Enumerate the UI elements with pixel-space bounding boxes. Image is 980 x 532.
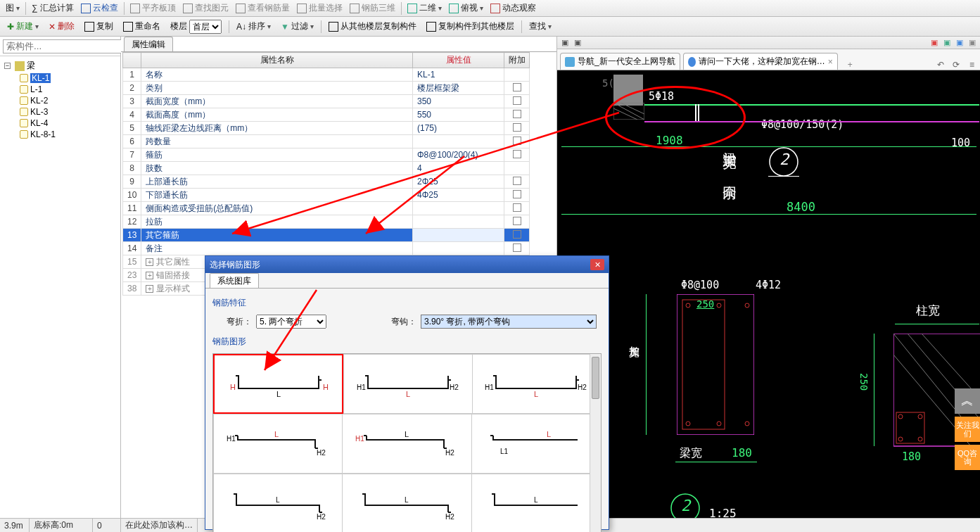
property-row[interactable]: 3 截面宽度（mm） 350 <box>123 95 530 108</box>
expand-icon[interactable]: + <box>146 272 153 279</box>
close-icon[interactable]: × <box>828 57 833 67</box>
tree-item[interactable]: KL-1 <box>1 72 119 84</box>
tree-item[interactable]: KL-2 <box>1 95 119 106</box>
toolbar-icon[interactable]: ▣ <box>956 38 963 47</box>
prop-value[interactable] <box>413 242 504 255</box>
cad-viewport[interactable]: ▣ ▣ ▣ ▣ ▣ ▣ 导航_新一代安全上网导航 请问一下大佬，这种梁加宽在钢…… <box>557 37 980 532</box>
tree-item[interactable]: KL-8-1 <box>1 129 119 140</box>
checkbox[interactable] <box>513 83 521 91</box>
tb-align-top[interactable]: 平齐板顶 <box>127 1 179 15</box>
hook-select[interactable]: 3.90° 弯折, 带两个弯钩 <box>421 315 597 329</box>
property-row[interactable]: 4 截面高度（mm） 550 <box>123 108 530 122</box>
tree-item[interactable]: L-1 <box>1 84 119 95</box>
filter-button[interactable]: ▼ 过滤 ▾ <box>276 19 318 34</box>
shape-cell[interactable]: H1LH2 <box>342 414 471 474</box>
close-button[interactable]: ✕ <box>590 259 604 270</box>
floor-selector[interactable]: 楼层 首层 <box>166 19 226 34</box>
prop-value[interactable]: (175) <box>413 122 504 135</box>
follow-us-button[interactable]: 关注我们 <box>955 417 980 442</box>
col-name[interactable]: 属性名称 <box>141 53 413 68</box>
property-row[interactable]: 5 轴线距梁左边线距离（mm） (175) <box>123 122 530 135</box>
tab-property-edit[interactable]: 属性编辑 <box>124 37 173 51</box>
new-button[interactable]: ✚ 新建 ▾ <box>3 19 43 34</box>
scroll-top-button[interactable]: ︽ <box>955 388 980 414</box>
checkbox[interactable] <box>513 217 521 225</box>
search-input[interactable] <box>3 39 129 53</box>
tree-item[interactable]: KL-4 <box>1 118 119 129</box>
scrollbar-thumb[interactable] <box>592 357 599 399</box>
shape-cell[interactable]: LH2 <box>213 474 342 532</box>
sort-button[interactable]: A↓ 排序 ▾ <box>232 19 275 34</box>
col-add[interactable]: 附加 <box>504 53 530 68</box>
shape-cell[interactable]: H1LH2 <box>343 354 471 414</box>
tree-item[interactable]: KL-3 <box>1 106 119 118</box>
prop-value[interactable] <box>413 229 504 242</box>
checkbox[interactable] <box>513 123 521 132</box>
property-row[interactable]: 2 类别 楼层框架梁 <box>123 82 530 95</box>
toolbar-icon[interactable]: ▣ <box>931 38 938 47</box>
prop-value[interactable]: KL-1 <box>413 68 504 82</box>
property-row[interactable]: 9 上部通长筋 2Φ25 <box>123 175 530 189</box>
shape-cell[interactable]: LL1 <box>471 414 601 474</box>
property-row[interactable]: 10 下部通长筋 4Φ25 <box>123 189 530 202</box>
menu-icon[interactable]: ≡ <box>964 60 980 70</box>
delete-button[interactable]: ✕ 删除 <box>44 19 79 34</box>
prop-value[interactable]: 4Φ25 <box>413 189 504 202</box>
copy-button[interactable]: 复制 <box>80 19 117 34</box>
tb-view[interactable]: 图 ▾ <box>3 1 23 15</box>
checkbox[interactable] <box>513 110 521 118</box>
prop-value[interactable]: 550 <box>413 108 504 122</box>
browser-tab[interactable]: 导航_新一代安全上网导航 <box>560 53 680 70</box>
checkbox[interactable] <box>513 243 521 252</box>
cad-canvas[interactable]: 5( 5Φ18 Φ8@100/150(2) 100 1908 梁加宽 余同 2 … <box>557 70 980 532</box>
tab-system-library[interactable]: 系统图库 <box>210 273 259 288</box>
tb-topview[interactable]: 俯视▾ <box>446 1 486 15</box>
property-row[interactable]: 8 肢数 4 <box>123 162 530 175</box>
checkbox[interactable] <box>513 137 521 145</box>
property-row[interactable]: 6 跨数量 <box>123 135 530 148</box>
new-tab-button[interactable]: + <box>844 60 857 70</box>
scrollbar[interactable] <box>590 354 601 532</box>
prop-value[interactable]: 2Φ25 <box>413 175 504 189</box>
prop-value[interactable]: 350 <box>413 95 504 108</box>
rename-button[interactable]: 重命名 <box>119 19 165 34</box>
undo-icon[interactable]: ↶ <box>933 60 948 70</box>
checkbox[interactable] <box>513 190 521 198</box>
prop-value[interactable]: 4 <box>413 162 504 175</box>
dialog-titlebar[interactable]: 选择钢筋图形 ✕ <box>205 256 609 273</box>
tb-dynamic[interactable]: 动态观察 <box>488 1 539 15</box>
property-row[interactable]: 11 侧面构造或受扭筋(总配筋值) <box>123 202 530 215</box>
tb-view-rebar[interactable]: 查看钢筋量 <box>233 1 293 15</box>
property-row[interactable]: 1 名称 KL-1 <box>123 68 530 82</box>
toolbar-icon[interactable]: ▣ <box>969 38 976 47</box>
shape-cell[interactable]: H1LH2 <box>472 354 601 414</box>
bend-select[interactable]: 5. 两个弯折 <box>256 315 326 329</box>
shape-cell[interactable]: H1LH2 <box>213 414 342 474</box>
shape-cell[interactable]: HLH <box>213 354 343 414</box>
prop-value[interactable] <box>413 202 504 215</box>
prop-value[interactable]: Φ8@100/200(4) <box>413 148 504 162</box>
tb-rebar-3d[interactable]: 钢筋三维 <box>347 1 398 15</box>
checkbox[interactable] <box>513 230 521 239</box>
tb-batch-select[interactable]: 批量选择 <box>294 1 345 15</box>
tb-cloud-check[interactable]: 云检查 <box>78 1 121 15</box>
tree-root-beam[interactable]: − 梁 <box>1 59 119 72</box>
copy-to-floor-button[interactable]: 复制构件到其他楼层 <box>422 19 518 34</box>
checkbox[interactable] <box>513 96 521 105</box>
shape-cell[interactable]: L <box>471 474 601 532</box>
browser-tab-active[interactable]: 请问一下大佬，这种梁加宽在钢… × <box>683 53 838 70</box>
shape-cell[interactable]: LH2 <box>342 474 471 532</box>
bookmark-icon[interactable]: ▣ <box>561 38 568 47</box>
tb-find-elem[interactable]: 查找图元 <box>180 1 231 15</box>
tb-sum-calc[interactable]: ∑ 汇总计算 <box>29 1 77 15</box>
property-row[interactable]: 14 备注 <box>123 242 530 255</box>
expand-icon[interactable]: + <box>146 258 153 266</box>
refresh-icon[interactable]: ⟳ <box>948 60 964 70</box>
find-button[interactable]: 查找 ▾ <box>525 19 556 34</box>
tb-2d[interactable]: 二维▾ <box>405 1 445 15</box>
bookmark-icon[interactable]: ▣ <box>574 38 581 47</box>
prop-value[interactable] <box>413 135 504 148</box>
copy-from-floor-button[interactable]: 从其他楼层复制构件 <box>324 19 421 34</box>
prop-value[interactable] <box>413 215 504 229</box>
checkbox[interactable] <box>513 150 521 158</box>
